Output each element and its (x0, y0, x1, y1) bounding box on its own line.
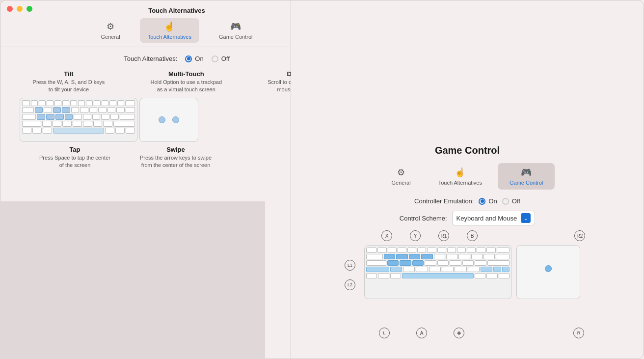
keyboard-illustration (20, 98, 334, 142)
r-label: R (573, 328, 584, 338)
right-tab-game[interactable]: 🎮 Game Control (498, 163, 555, 190)
ctrl-radio-off-btn[interactable] (502, 198, 509, 205)
game-control-title: Game Control (291, 145, 644, 156)
ctrl-trackpad (516, 245, 580, 299)
feature-tap-title: Tap (39, 146, 110, 153)
tab-game-label: Game Control (219, 34, 252, 40)
ctrl-radio-off[interactable]: Off (502, 197, 520, 205)
radio-on-label: On (195, 55, 203, 62)
ctrl-keyboard (364, 245, 511, 299)
controller-diagram: X Y R1 B R2 (345, 230, 590, 338)
controller-settings: Controller Emulation: On Off Control Sch… (291, 197, 644, 225)
tab-touch-alternatives[interactable]: ☝ Touch Alternatives (140, 18, 199, 43)
right-game-label: Game Control (510, 180, 543, 186)
top-button-labels: X Y R1 B (381, 230, 478, 241)
game-control-section: Game Control ⚙ General ☝ Touch Alternati… (291, 145, 644, 338)
touch-icon: ☝ (164, 21, 175, 32)
right-tab-touch[interactable]: ☝ Touch Alternatives (427, 163, 494, 190)
r2-label: R2 (574, 230, 585, 241)
ctrl-on-label: On (488, 197, 497, 205)
radio-off-group[interactable]: Off (212, 55, 230, 62)
feature-swipe: Swipe Press the arrow keys to swipefrom … (140, 146, 212, 169)
r-button: R (573, 328, 584, 338)
l-label: L (379, 328, 390, 338)
ctrl-off-label: Off (512, 197, 520, 205)
feature-swipe-desc: Press the arrow keys to swipefrom the ce… (140, 154, 212, 169)
y-button: Y (410, 230, 421, 241)
close-button[interactable] (7, 6, 13, 12)
left-button-labels: L1 L2 (345, 260, 355, 290)
radio-label: Touch Alternatives: (124, 55, 177, 62)
a-label: A (416, 328, 427, 338)
x-button: X (381, 230, 392, 241)
right-toolbar: ⚙ General ☝ Touch Alternatives 🎮 Game Co… (291, 163, 644, 190)
window-controls (7, 6, 32, 12)
r1-button-label: R1 (438, 230, 449, 241)
select-arrow-icon[interactable]: ⌄ (521, 213, 531, 223)
feature-multitouch-desc: Hold Option to use a trackpadas a virtua… (150, 79, 222, 94)
right-general-label: General (392, 180, 411, 186)
l1-button: L1 (345, 260, 355, 271)
r2-button: R2 (574, 230, 585, 241)
trackpad-image (139, 98, 198, 142)
radio-on-button[interactable] (185, 55, 192, 62)
feature-tilt: Tilt Press the W, A, S, and D keysto til… (33, 70, 105, 94)
tab-general-label: General (101, 34, 120, 40)
feature-tilt-desc: Press the W, A, S, and D keysto tilt you… (33, 79, 105, 94)
ctrl-trackpad-dot (545, 265, 552, 272)
x-button-label: X (381, 230, 392, 241)
feature-tap-desc: Press Space to tap the centerof the scre… (39, 154, 110, 169)
control-scheme-select[interactable]: Keyboard and Mouse ⌄ (452, 211, 536, 225)
trackpad-dots (159, 116, 179, 123)
control-scheme-value: Keyboard and Mouse (456, 215, 517, 222)
right-gear-icon: ⚙ (397, 167, 405, 178)
gamepad-icon: 🎮 (230, 21, 241, 32)
a-button: A (416, 328, 427, 338)
radio-on-group[interactable]: On (185, 55, 203, 62)
tab-game-control[interactable]: 🎮 Game Control (211, 18, 260, 43)
tab-touch-label: Touch Alternatives (148, 34, 191, 40)
right-panel: Game Control ⚙ General ☝ Touch Alternati… (291, 0, 644, 359)
right-touch-icon: ☝ (455, 167, 465, 178)
right-touch-label: Touch Alternatives (438, 180, 482, 186)
right-gamepad-icon: 🎮 (521, 167, 532, 178)
trackpad-dot-2 (172, 116, 179, 123)
feature-tap: Tap Press Space to tap the centerof the … (39, 146, 110, 169)
b-button: B (467, 230, 478, 241)
control-scheme-row: Control Scheme: Keyboard and Mouse ⌄ (400, 211, 535, 225)
feature-tilt-title: Tilt (33, 70, 105, 78)
maximize-button[interactable] (27, 6, 32, 12)
ctrl-radio-on[interactable]: On (479, 197, 497, 205)
feature-multitouch: Multi-Touch Hold Option to use a trackpa… (150, 70, 222, 94)
radio-off-label: Off (221, 55, 230, 62)
y-button-label: Y (410, 230, 421, 241)
minimize-button[interactable] (17, 6, 23, 12)
b-button-label: B (467, 230, 478, 241)
keyboard-image (20, 98, 137, 142)
crosshair-button: ✚ (454, 328, 464, 338)
control-scheme-label: Control Scheme: (400, 215, 447, 222)
l2-button: L2 (345, 279, 355, 290)
tab-general[interactable]: ⚙ General (93, 18, 128, 43)
trackpad-dot-1 (159, 116, 165, 123)
feature-multitouch-title: Multi-Touch (150, 70, 222, 78)
l-button: L (379, 328, 390, 338)
controller-emulation-label: Controller Emulation: (414, 197, 474, 205)
bottom-button-labels: L A ✚ (379, 328, 464, 338)
controller-emulation-row: Controller Emulation: On Off (414, 197, 520, 205)
crosshair-label: ✚ (454, 328, 464, 338)
radio-off-button[interactable] (212, 55, 218, 62)
right-tab-general[interactable]: ⚙ General (380, 163, 423, 190)
left-bottom-area (0, 201, 265, 359)
r1-button: R1 (438, 230, 449, 241)
gear-icon: ⚙ (107, 21, 114, 32)
ctrl-radio-on-btn[interactable] (479, 198, 485, 205)
feature-swipe-title: Swipe (140, 146, 212, 153)
